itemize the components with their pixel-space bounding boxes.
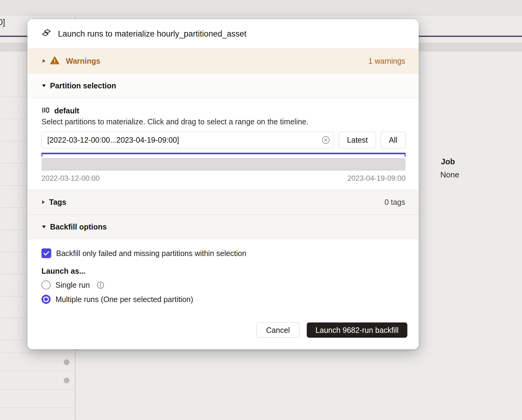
multiple-runs-radio-row[interactable]: Multiple runs (One per selected partitio… [41, 294, 405, 304]
partition-range-input[interactable] [41, 132, 334, 148]
table-row-divider [0, 353, 75, 353]
partition-dimension-icon [41, 106, 50, 116]
tags-left-group: Tags [42, 198, 66, 207]
table-row-divider [0, 371, 75, 371]
dimension-row: default [41, 106, 406, 116]
backfill-checkbox-label: Backfill only failed and missing partiti… [56, 249, 246, 258]
chevron-right-icon [42, 200, 45, 204]
backfill-options-section-header[interactable]: Backfill options [27, 215, 419, 239]
table-row-divider [0, 389, 75, 390]
partition-section-label: Partition selection [50, 81, 116, 90]
job-column-header: Job [441, 157, 455, 166]
chevron-right-icon [43, 59, 45, 63]
warnings-section-header[interactable]: Warnings 1 warnings [27, 49, 419, 73]
launch-backfill-button[interactable]: Launch 9682-run backfill [307, 322, 407, 338]
dialog-header: Launch runs to materialize hourly_partit… [27, 19, 419, 49]
tags-section-header[interactable]: Tags 0 tags [27, 190, 419, 215]
partition-selection-section-header[interactable]: Partition selection [27, 73, 419, 98]
partition-section-left-group: Partition selection [42, 81, 116, 90]
warnings-left-group: Warnings [43, 56, 100, 66]
latest-button[interactable]: Latest [339, 132, 376, 148]
materialize-icon [41, 28, 51, 39]
tags-count-badge: 0 tags [384, 198, 405, 207]
timeline-start-label: 2022-03-12-00:00 [41, 174, 100, 183]
radio-checked-icon[interactable] [41, 295, 51, 304]
timeline-selection-indicator [41, 153, 406, 154]
cancel-button[interactable]: Cancel [256, 322, 300, 338]
single-run-label: Single run [55, 281, 90, 290]
dialog-footer: Cancel Launch 9682-run backfill [27, 315, 419, 349]
partition-timeline[interactable] [41, 158, 406, 171]
table-row-divider [0, 408, 75, 408]
launch-backfill-dialog: Launch runs to materialize hourly_partit… [27, 19, 419, 349]
warnings-count-badge: 1 warnings [368, 57, 405, 66]
warning-triangle-icon [50, 56, 59, 66]
checkbox-checked-icon[interactable] [41, 248, 51, 258]
all-button[interactable]: All [381, 132, 406, 148]
page-top-band [0, 0, 522, 15]
timeline-end-label: 2023-04-19-09:00 [347, 174, 406, 183]
launch-as-label: Launch as... [41, 267, 405, 276]
warnings-section-label: Warnings [66, 57, 100, 66]
backfill-options-content: Backfill only failed and missing partiti… [27, 239, 419, 315]
radio-unchecked-icon[interactable] [41, 280, 51, 290]
dialog-title: Launch runs to materialize hourly_partit… [58, 29, 246, 39]
clear-selection-icon[interactable] [322, 136, 330, 144]
timeline-labels: 2022-03-12-00:00 2023-04-19-09:00 [41, 174, 406, 183]
tags-section-label: Tags [49, 198, 66, 207]
clipped-background-text: 0] [0, 18, 5, 27]
chevron-down-icon [42, 226, 46, 228]
status-dot [64, 359, 70, 365]
backfill-left-group: Backfill options [42, 222, 107, 231]
dimension-name: default [54, 106, 79, 115]
partition-selection-content: default Select partitions to materialize… [27, 98, 419, 190]
single-run-radio-row[interactable]: Single run [41, 280, 405, 290]
multiple-runs-label: Multiple runs (One per selected partitio… [55, 295, 193, 304]
info-icon[interactable] [97, 281, 104, 289]
status-dot [64, 378, 70, 383]
chevron-down-icon [42, 84, 46, 87]
partition-input-row: Latest All [41, 132, 406, 148]
backfill-section-label: Backfill options [50, 222, 107, 231]
job-cell-value: None [440, 170, 459, 180]
backfill-failed-missing-checkbox-row[interactable]: Backfill only failed and missing partiti… [41, 248, 405, 258]
partition-instructions: Select partitions to materialize. Click … [41, 117, 406, 126]
partition-range-input-wrap [41, 132, 334, 148]
